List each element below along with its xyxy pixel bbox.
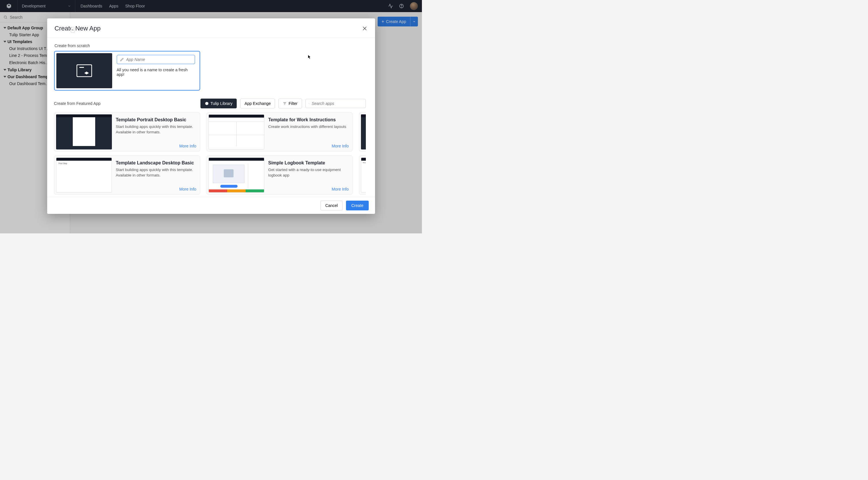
template-desc: Create work instructions with different … xyxy=(268,124,349,130)
template-title: Template Portrait Desktop Basic xyxy=(116,117,197,123)
tab-tulip-library[interactable]: Tulip Library xyxy=(200,99,237,108)
modal-title: Create New App xyxy=(55,25,101,32)
scratch-card[interactable]: All you need is a name to create a fresh… xyxy=(54,51,200,91)
modal-overlay: Create New App Create from scratch xyxy=(0,0,422,233)
scratch-form: All you need is a name to create a fresh… xyxy=(117,53,198,88)
more-info-link[interactable]: More Info xyxy=(332,187,348,191)
template-thumbnail xyxy=(209,158,264,193)
template-meta: Template for Work Instructions Create wo… xyxy=(268,115,350,150)
template-meta: Template Landscape Desktop Basic Start b… xyxy=(116,158,198,193)
app-icon xyxy=(76,64,92,77)
tab-label: Tulip Library xyxy=(211,101,233,106)
more-info-link[interactable]: More Info xyxy=(179,187,196,191)
featured-controls: Tulip Library App Exchange Filter xyxy=(200,99,366,108)
modal-header: Create New App xyxy=(47,19,375,38)
scratch-section-label: Create from scratch xyxy=(55,43,366,48)
template-card[interactable]: Template for Work Instructions Create wo… xyxy=(207,113,352,152)
filter-icon xyxy=(283,101,287,105)
pencil-icon xyxy=(120,58,124,62)
template-desc: Start building apps quickly with this te… xyxy=(116,124,197,135)
scratch-thumbnail xyxy=(56,53,112,88)
search-apps[interactable] xyxy=(305,99,366,108)
svg-rect-7 xyxy=(80,67,84,68)
template-thumbnail xyxy=(361,115,366,150)
template-meta: Simple Logbook Template Get started with… xyxy=(268,158,350,193)
template-card[interactable]: First Step Template Landscape Desktop Ba… xyxy=(54,156,200,195)
featured-section-label: Create from Featured App xyxy=(54,101,101,106)
svg-point-11 xyxy=(309,103,309,104)
svg-rect-6 xyxy=(77,65,92,77)
tab-label: App Exchange xyxy=(245,101,271,106)
template-card-peek[interactable] xyxy=(359,113,366,152)
template-row-1: Template Portrait Desktop Basic Start bu… xyxy=(54,113,366,152)
template-card[interactable]: Template Portrait Desktop Basic Start bu… xyxy=(54,113,200,152)
template-thumbnail xyxy=(56,115,112,150)
sidebar-collapse-handle[interactable]: < xyxy=(71,27,75,33)
template-thumbnail xyxy=(209,115,264,150)
template-title: Template for Work Instructions xyxy=(268,117,349,123)
search-icon xyxy=(309,101,309,105)
close-icon[interactable] xyxy=(362,26,368,31)
more-info-link[interactable]: More Info xyxy=(332,144,348,148)
template-title: Template Landscape Desktop Basic xyxy=(116,160,197,165)
app-name-input[interactable] xyxy=(126,57,192,62)
template-meta: Template Portrait Desktop Basic Start bu… xyxy=(116,115,198,150)
create-button[interactable]: Create xyxy=(346,201,368,211)
filter-button[interactable]: Filter xyxy=(278,99,302,108)
tab-app-exchange[interactable]: App Exchange xyxy=(240,99,275,108)
scratch-hint: All you need is a name to create a fresh… xyxy=(117,68,195,77)
template-title: Simple Logbook Template xyxy=(268,160,349,165)
cursor-icon xyxy=(308,55,311,59)
template-thumbnail: First Step xyxy=(361,158,366,193)
modal-body[interactable]: Create from scratch All you need is a na… xyxy=(47,38,375,197)
app-name-input-wrap[interactable] xyxy=(117,55,195,64)
more-info-link[interactable]: More Info xyxy=(179,144,196,148)
modal-footer: Cancel Create xyxy=(47,197,375,214)
template-card[interactable]: Simple Logbook Template Get started with… xyxy=(207,156,352,195)
template-thumbnail: First Step xyxy=(56,158,112,193)
cancel-button[interactable]: Cancel xyxy=(320,201,343,211)
template-desc: Start building apps quickly with this te… xyxy=(116,167,197,178)
template-card-peek[interactable]: First Step xyxy=(359,156,366,195)
create-app-modal: Create New App Create from scratch xyxy=(47,19,375,214)
search-apps-input[interactable] xyxy=(312,101,363,106)
featured-header: Create from Featured App Tulip Library A… xyxy=(54,99,366,108)
template-desc: Get started with a ready-to-use equipmen… xyxy=(268,167,349,178)
template-row-2: First Step Template Landscape Desktop Ba… xyxy=(54,156,366,195)
library-icon xyxy=(205,101,209,105)
filter-label: Filter xyxy=(288,101,298,106)
